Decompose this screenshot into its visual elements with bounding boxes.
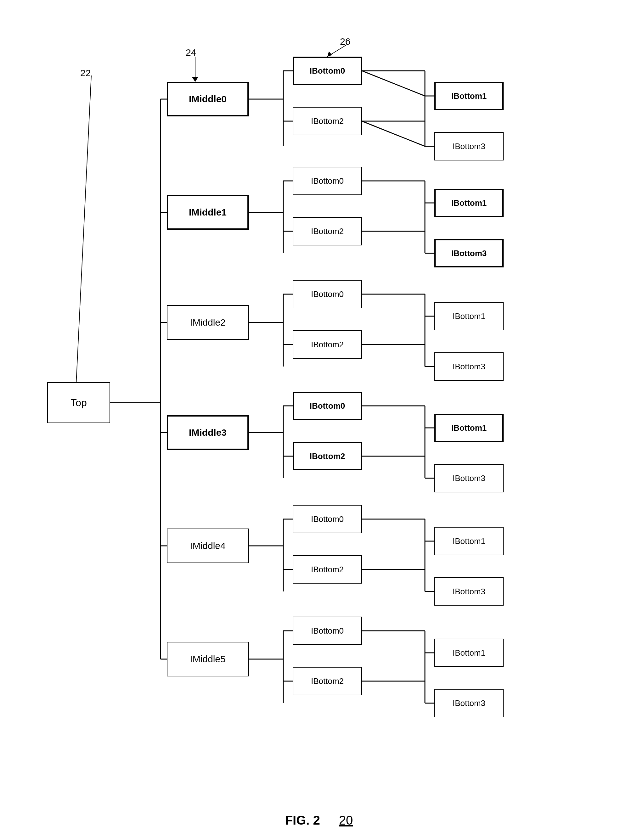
annotation-26: 26 bbox=[340, 36, 350, 47]
middle-node-4: IMiddle4 bbox=[167, 529, 249, 563]
g2-bottom-2: IBottom2 bbox=[293, 330, 362, 358]
g5-bottom-3: IBottom3 bbox=[434, 689, 503, 717]
g2-bottom-0: IBottom0 bbox=[293, 280, 362, 308]
g3-bottom-0: IBottom0 bbox=[293, 392, 362, 420]
g2-bottom-3: IBottom3 bbox=[434, 352, 503, 381]
fig-label: FIG. 2 bbox=[285, 813, 320, 827]
svg-line-13 bbox=[362, 121, 425, 146]
g0-bottom-0: IBottom0 bbox=[293, 57, 362, 85]
g3-bottom-3: IBottom3 bbox=[434, 464, 503, 493]
g2-bottom-1: IBottom1 bbox=[434, 302, 503, 330]
svg-marker-69 bbox=[327, 51, 332, 57]
annotation-22: 22 bbox=[80, 68, 91, 78]
g3-bottom-2: IBottom2 bbox=[293, 442, 362, 471]
g1-bottom-0: IBottom0 bbox=[293, 167, 362, 195]
g1-bottom-3: IBottom3 bbox=[434, 239, 503, 267]
middle-node-2: IMiddle2 bbox=[167, 305, 249, 340]
middle-node-1: IMiddle1 bbox=[167, 195, 249, 230]
middle-node-5: IMiddle5 bbox=[167, 642, 249, 676]
g1-bottom-1: IBottom1 bbox=[434, 189, 503, 217]
g1-bottom-2: IBottom2 bbox=[293, 217, 362, 245]
g0-bottom-1: IBottom1 bbox=[434, 82, 503, 110]
g0-bottom-3: IBottom3 bbox=[434, 132, 503, 161]
caption: FIG. 2 20 bbox=[285, 813, 353, 827]
middle-node-3: IMiddle3 bbox=[167, 415, 249, 450]
g3-bottom-1: IBottom1 bbox=[434, 414, 503, 442]
middle-node-0: IMiddle0 bbox=[167, 82, 249, 117]
g4-bottom-2: IBottom2 bbox=[293, 555, 362, 584]
g5-bottom-1: IBottom1 bbox=[434, 639, 503, 667]
g5-bottom-0: IBottom0 bbox=[293, 617, 362, 645]
svg-line-12 bbox=[362, 71, 425, 96]
fig-number: 20 bbox=[339, 813, 353, 827]
diagram-container: 22 24 26 Top IMiddle0 IMiddle1 IMiddle2 … bbox=[19, 19, 617, 805]
top-node: Top bbox=[47, 382, 110, 423]
annotation-24: 24 bbox=[186, 47, 196, 58]
g4-bottom-0: IBottom0 bbox=[293, 505, 362, 533]
g5-bottom-2: IBottom2 bbox=[293, 667, 362, 695]
svg-marker-67 bbox=[192, 77, 198, 82]
svg-line-64 bbox=[76, 76, 91, 396]
g4-bottom-1: IBottom1 bbox=[434, 527, 503, 555]
g0-bottom-2: IBottom2 bbox=[293, 107, 362, 135]
g4-bottom-3: IBottom3 bbox=[434, 577, 503, 606]
